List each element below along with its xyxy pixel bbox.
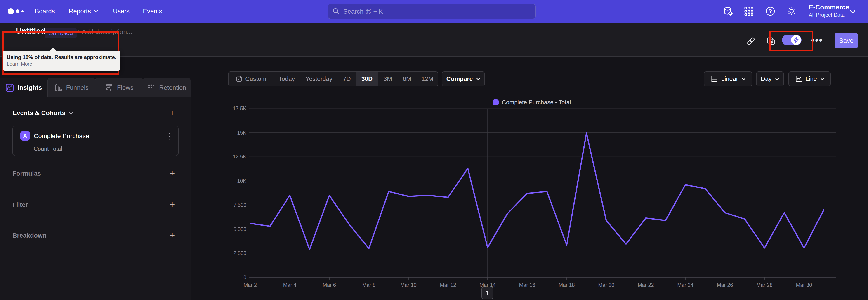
event-letter-badge: A [20, 131, 30, 141]
x-axis-label: Mar 10 [400, 282, 416, 288]
top-nav-bar: Boards Reports Users Events Search ⌘ + K… [0, 0, 868, 23]
tab-label: Retention [159, 84, 186, 91]
add-event-button[interactable]: + [167, 108, 178, 119]
linear-scale-icon [710, 75, 718, 83]
x-axis-label: Mar 26 [717, 282, 733, 288]
date-range-control: Custom Today Yesterday 7D 30D 3M 6M 12M [228, 71, 438, 86]
scale-dropdown[interactable]: Linear [704, 71, 752, 86]
search-placeholder: Search ⌘ + K [343, 8, 383, 15]
x-axis-label: Mar 4 [283, 282, 297, 288]
flows-icon [105, 83, 113, 92]
svg-text:?: ? [769, 8, 772, 14]
y-axis-label: 2,500 [233, 250, 246, 256]
y-axis-label: 7,500 [233, 202, 246, 208]
settings-gear-icon[interactable] [786, 6, 797, 17]
granularity-dropdown[interactable]: Day [756, 71, 784, 86]
mixpanel-insights-report: { "colors": { "nav_bg": "#4b42d8", "acce… [0, 0, 868, 300]
range-3m[interactable]: 3M [378, 72, 397, 86]
y-axis-label: 12.5K [233, 154, 247, 160]
save-button[interactable]: Save [835, 33, 858, 49]
calendar-icon [236, 76, 243, 82]
y-axis-label: 15K [237, 130, 247, 136]
project-chevron-down-icon [849, 10, 856, 14]
line-chart-icon [795, 75, 802, 83]
funnels-icon [54, 84, 62, 92]
data-series-line[interactable] [250, 133, 824, 249]
x-axis-label: Mar 20 [598, 282, 614, 288]
y-axis-label: 0 [243, 274, 246, 280]
retention-icon [147, 84, 156, 92]
chevron-down-icon [775, 78, 779, 81]
tab-retention[interactable]: Retention [143, 78, 191, 97]
x-axis-label: Mar 18 [559, 282, 575, 288]
range-7d[interactable]: 7D [338, 72, 355, 86]
nav-item-reports[interactable]: Reports [69, 0, 98, 23]
report-type-tabs: Insights Funnels Flows Retention [0, 78, 191, 97]
range-12m[interactable]: 12M [416, 72, 438, 86]
apps-grid-icon[interactable] [743, 6, 754, 17]
chevron-down-icon [741, 78, 746, 81]
nav-item-users[interactable]: Users [113, 0, 129, 23]
event-metric[interactable]: Count Total [34, 146, 62, 152]
x-axis-label: Mar 8 [362, 282, 376, 288]
x-axis-label: Mar 22 [638, 282, 654, 288]
report-header-bar [0, 23, 868, 57]
tab-label: Funnels [66, 84, 89, 91]
help-icon[interactable]: ? [765, 6, 776, 17]
chart-type-dropdown[interactable]: Line [788, 71, 831, 86]
section-breakdown: Breakdown [12, 232, 46, 239]
search-icon [333, 8, 340, 15]
x-axis-label: Mar 6 [323, 282, 336, 288]
event-kebab-menu[interactable]: ⋮ [165, 131, 173, 141]
event-card[interactable]: A Complete Purchase ⋮ Count Total [12, 126, 179, 156]
x-axis-label: Mar 28 [756, 282, 773, 288]
nav-item-events[interactable]: Events [143, 0, 162, 23]
tab-insights[interactable]: Insights [0, 78, 48, 97]
range-custom[interactable]: Custom [228, 72, 274, 86]
tooltip-text: Using 10% of data. Results are approxima… [7, 54, 116, 61]
chevron-down-icon [94, 10, 98, 13]
x-axis-label: Mar 2 [244, 282, 257, 288]
nav-item-boards[interactable]: Boards [35, 0, 55, 23]
x-axis-label: Mar 24 [677, 282, 693, 288]
y-axis-label: 17.5K [233, 106, 247, 112]
x-axis-label: Mar 30 [796, 282, 812, 288]
tab-funnels[interactable]: Funnels [48, 78, 95, 97]
events-cohorts-header[interactable]: Events & Cohorts [12, 110, 73, 117]
logo-dot-large [8, 8, 14, 14]
x-axis-label: Mar 16 [519, 282, 535, 288]
range-6m[interactable]: 6M [397, 72, 416, 86]
add-breakdown-button[interactable]: + [167, 230, 178, 241]
line-chart[interactable]: 02,5005,0007,50010K12.5K15K17.5KMar 2Mar… [215, 99, 859, 298]
highlight-box-toggle [770, 31, 813, 51]
tab-label: Insights [18, 84, 42, 91]
event-name[interactable]: Complete Purchase [34, 132, 89, 140]
section-filter: Filter [12, 201, 28, 208]
x-axis-label: Mar 12 [440, 282, 456, 288]
copy-link-icon[interactable] [746, 36, 756, 46]
chevron-down-icon [476, 78, 480, 81]
add-filter-button[interactable]: + [167, 200, 178, 210]
learn-more-link[interactable]: Learn More [7, 61, 32, 67]
tooltip-arrow [50, 48, 57, 51]
header-divider [828, 34, 829, 49]
search-input[interactable]: Search ⌘ + K [328, 4, 536, 19]
logo-dot-small [22, 10, 24, 12]
y-axis-label: 5,000 [233, 226, 246, 232]
range-today[interactable]: Today [274, 72, 300, 86]
add-formula-button[interactable]: + [167, 168, 178, 179]
range-30d[interactable]: 30D [355, 72, 378, 86]
tab-flows[interactable]: Flows [95, 78, 143, 97]
insights-icon [5, 83, 14, 92]
events-cohorts-label: Events & Cohorts [12, 110, 66, 117]
chevron-down-icon [69, 112, 73, 115]
tab-label: Flows [117, 84, 133, 91]
mixpanel-logo[interactable] [8, 0, 24, 23]
compare-button[interactable]: Compare [442, 71, 485, 86]
page-number-button[interactable]: 1 [482, 287, 493, 299]
logo-dot-medium [16, 9, 20, 13]
data-management-icon[interactable] [723, 6, 734, 17]
range-label: Custom [245, 76, 266, 83]
range-yesterday[interactable]: Yesterday [300, 72, 338, 86]
y-axis-label: 10K [237, 178, 247, 184]
